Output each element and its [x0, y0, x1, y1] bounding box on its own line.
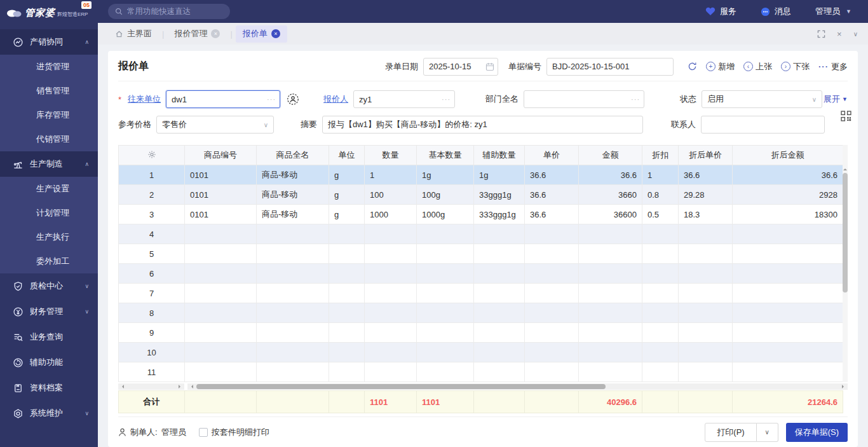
tab-close-icon[interactable]: ×: [271, 29, 280, 38]
cell-discount[interactable]: 1: [642, 165, 679, 185]
cell-price[interactable]: [525, 343, 579, 362]
cell-price[interactable]: 36.6: [525, 165, 579, 185]
table-row[interactable]: 10: [119, 343, 843, 362]
cell-base_qty[interactable]: 1000g: [417, 205, 474, 224]
cell-base_qty[interactable]: [417, 244, 474, 264]
cell-unit[interactable]: [329, 224, 365, 244]
cell-disc_price[interactable]: [679, 284, 733, 303]
sidebar-subitem[interactable]: 进货管理: [0, 55, 98, 79]
cell-base_qty[interactable]: [417, 224, 474, 244]
sidebar-item-0[interactable]: 产销协同∧: [0, 29, 98, 55]
cell-aux_qty[interactable]: [474, 343, 525, 362]
cell-qty[interactable]: 100: [365, 185, 417, 205]
cell-code[interactable]: [185, 323, 257, 343]
horizontal-scrollbar[interactable]: [118, 383, 848, 390]
calendar-icon[interactable]: [485, 62, 494, 71]
row-number-cell[interactable]: 5: [119, 244, 185, 264]
cell-name[interactable]: [257, 323, 329, 343]
sidebar-subitem[interactable]: 生产执行: [0, 225, 98, 249]
column-header[interactable]: 基本数量: [417, 146, 474, 165]
cell-qty[interactable]: [365, 303, 417, 323]
cell-disc_price[interactable]: 18.3: [679, 205, 733, 224]
cell-amount[interactable]: [579, 323, 642, 343]
cell-base_qty[interactable]: [417, 343, 474, 362]
cell-price[interactable]: [525, 323, 579, 343]
column-header[interactable]: 数量: [365, 146, 417, 165]
cell-disc_amount[interactable]: 2928: [733, 185, 843, 205]
cell-disc_amount[interactable]: [733, 362, 843, 382]
cell-discount[interactable]: [642, 343, 679, 362]
quoter-label[interactable]: 报价人: [323, 93, 348, 105]
cell-code[interactable]: [185, 362, 257, 382]
table-row[interactable]: 20101商品-移动g100100g33ggg1g36.636600.829.2…: [119, 185, 843, 205]
cell-aux_qty[interactable]: [474, 303, 525, 323]
kit-print-checkbox[interactable]: [199, 428, 208, 437]
cell-name[interactable]: [257, 343, 329, 362]
column-header[interactable]: 折后单价: [679, 146, 733, 165]
sidebar-subitem[interactable]: 销售管理: [0, 79, 98, 103]
row-number-cell[interactable]: 6: [119, 264, 185, 284]
table-row[interactable]: 7: [119, 284, 843, 303]
sidebar-item-1[interactable]: 生产制造∧: [0, 151, 98, 177]
tab-2[interactable]: 报价单×: [236, 25, 287, 43]
doc-number-input[interactable]: [546, 58, 674, 76]
cell-base_qty[interactable]: [417, 323, 474, 343]
department-input[interactable]: [524, 90, 644, 108]
cell-disc_price[interactable]: [679, 343, 733, 362]
sidebar-item-2[interactable]: 质检中心∨: [0, 273, 98, 299]
cell-disc_amount[interactable]: [733, 284, 843, 303]
column-header[interactable]: 单价: [525, 146, 579, 165]
cell-price[interactable]: [525, 362, 579, 382]
cell-discount[interactable]: [642, 224, 679, 244]
cell-code[interactable]: [185, 244, 257, 264]
main-scrollbar-track[interactable]: [187, 383, 848, 390]
user-menu[interactable]: 管理员 ▼: [815, 6, 851, 17]
close-all-tabs-icon[interactable]: ×: [837, 29, 842, 39]
tab-1[interactable]: 报价管理×: [167, 25, 227, 43]
cell-disc_amount[interactable]: 18300: [733, 205, 843, 224]
cell-base_qty[interactable]: 100g: [417, 185, 474, 205]
table-row[interactable]: 4: [119, 224, 843, 244]
cell-disc_amount[interactable]: [733, 264, 843, 284]
sidebar-item-4[interactable]: 业务查询: [0, 324, 98, 350]
column-header[interactable]: 单位: [329, 146, 365, 165]
cell-unit[interactable]: [329, 362, 365, 382]
new-record-button[interactable]: + 新增: [706, 61, 735, 72]
cell-name[interactable]: [257, 224, 329, 244]
cell-unit[interactable]: [329, 244, 365, 264]
cell-name[interactable]: 商品-移动: [257, 185, 329, 205]
sidebar-subitem[interactable]: 生产设置: [0, 177, 98, 201]
cell-unit[interactable]: g: [329, 165, 365, 185]
cell-aux_qty[interactable]: [474, 244, 525, 264]
cell-unit[interactable]: g: [329, 185, 365, 205]
cell-code[interactable]: 0101: [185, 165, 257, 185]
contact-input[interactable]: [701, 116, 825, 134]
cell-discount[interactable]: [642, 303, 679, 323]
table-row[interactable]: 5: [119, 244, 843, 264]
cell-aux_qty[interactable]: 33ggg1g: [474, 185, 525, 205]
cell-aux_qty[interactable]: [474, 224, 525, 244]
cell-amount[interactable]: [579, 303, 642, 323]
tab-close-icon[interactable]: ×: [211, 29, 220, 38]
cell-name[interactable]: [257, 244, 329, 264]
table-row[interactable]: 9: [119, 323, 843, 343]
row-number-cell[interactable]: 10: [119, 343, 185, 362]
sidebar-item-7[interactable]: 系统维护∨: [0, 401, 98, 426]
vertical-scrollbar[interactable]: [843, 145, 848, 382]
sidebar-subitem[interactable]: 委外加工: [0, 249, 98, 273]
cell-name[interactable]: [257, 284, 329, 303]
row-number-cell[interactable]: 1: [119, 165, 185, 185]
cell-disc_price[interactable]: [679, 244, 733, 264]
cell-discount[interactable]: 0.5: [642, 205, 679, 224]
cell-amount[interactable]: [579, 343, 642, 362]
cell-code[interactable]: [185, 224, 257, 244]
refresh-button[interactable]: [688, 62, 697, 71]
cell-price[interactable]: 36.6: [525, 205, 579, 224]
column-header[interactable]: 商品编号: [185, 146, 257, 165]
row-number-cell[interactable]: 11: [119, 362, 185, 382]
cell-disc_amount[interactable]: [733, 323, 843, 343]
cell-disc_amount[interactable]: [733, 244, 843, 264]
cell-discount[interactable]: [642, 284, 679, 303]
cell-code[interactable]: 0101: [185, 205, 257, 224]
cell-name[interactable]: 商品-移动: [257, 205, 329, 224]
